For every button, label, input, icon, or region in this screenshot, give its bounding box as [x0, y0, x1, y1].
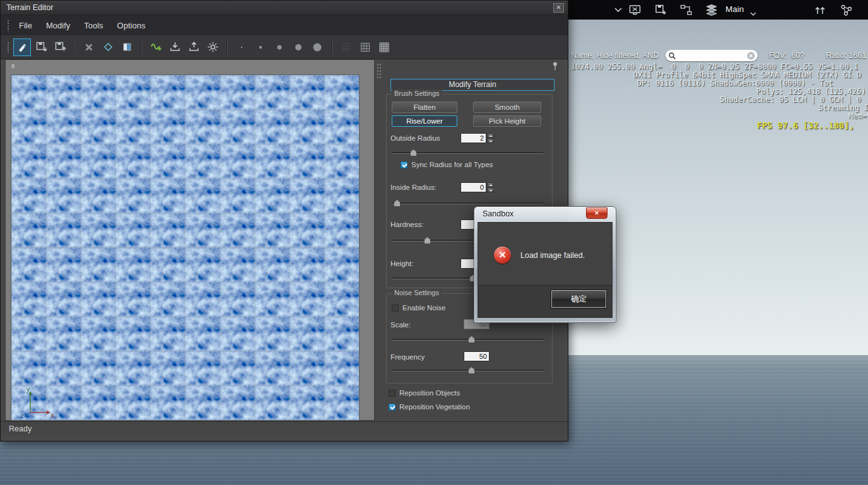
clear-search-icon[interactable] — [747, 52, 755, 60]
spin-up-icon[interactable] — [487, 182, 494, 187]
debug-line: DX11 Profile 64bit HighSpec 5MAA MEDIUM … — [633, 71, 861, 79]
reposition-objects-label: Reposition Objects — [399, 389, 460, 397]
delete-button[interactable] — [80, 38, 98, 56]
toolbar-separator — [331, 40, 332, 54]
toolbar-separator — [141, 40, 142, 54]
search-box[interactable] — [666, 50, 758, 61]
frequency-slider[interactable] — [392, 366, 543, 374]
inside-radius-label: Inside Radius: — [390, 184, 437, 191]
ok-button[interactable]: 确定 — [551, 290, 606, 308]
enable-noise-row: Enable Noise — [392, 304, 445, 312]
noise-settings-legend: Noise Settings — [392, 289, 442, 296]
frequency-spinbox: 50 — [464, 351, 490, 361]
brush-settings-legend: Brush Settings — [392, 90, 442, 97]
menubar-grip[interactable] — [7, 20, 9, 31]
enable-noise-checkbox[interactable] — [392, 305, 399, 312]
slider-thumb[interactable] — [394, 200, 400, 206]
scale-slider[interactable] — [392, 336, 543, 343]
error-icon: ✕ — [494, 247, 511, 264]
grid-medium-button[interactable] — [356, 38, 374, 56]
search-icon — [668, 52, 676, 60]
mask-tool-button[interactable] — [118, 38, 136, 56]
debug-line: 1024.00 255.00 Angl= 0 0 0 ZN=0.25 ZF=80… — [571, 62, 858, 71]
flowgraph-icon[interactable] — [679, 3, 694, 18]
brush-size-5-button[interactable] — [308, 38, 326, 56]
grid-small-button[interactable] — [337, 38, 355, 56]
dialog-message: Load image failed. — [520, 251, 585, 260]
hardness-label: Hardness: — [390, 221, 423, 228]
import-heightmap-wave-button[interactable] — [147, 38, 165, 56]
slider-thumb[interactable] — [469, 336, 474, 342]
search-input[interactable] — [676, 51, 747, 60]
heightmap-viewport: 0 — [5, 59, 375, 421]
brush-size-4-button[interactable] — [290, 38, 307, 56]
spin-up-icon[interactable] — [487, 133, 494, 138]
menu-modify[interactable]: Modify — [39, 15, 77, 35]
rise-lower-button[interactable]: Rise/Lower — [392, 115, 457, 127]
pick-height-button[interactable]: Pick Height — [473, 115, 541, 127]
sync-radius-row: Sync Radius for all Types — [401, 161, 493, 168]
save-layer-up-button[interactable] — [51, 38, 69, 56]
window-titlebar[interactable]: Terrain Editor ✕ — [1, 1, 568, 15]
flatten-button[interactable]: Flatten — [392, 102, 457, 113]
chevron-down-icon[interactable] — [611, 3, 626, 18]
brush-size-1-button[interactable] — [233, 38, 250, 56]
dialog-close-button[interactable]: ✕ — [586, 207, 607, 219]
menu-tools[interactable]: Tools — [77, 15, 110, 35]
outside-radius-slider[interactable] — [392, 149, 543, 156]
pin-icon[interactable] — [551, 61, 561, 71]
sandbox-error-dialog: Sandbox ✕ ✕ Load image failed. 确定 — [474, 206, 616, 323]
reposition-objects-checkbox[interactable] — [389, 390, 396, 397]
dialog-message-area: ✕ Load image failed. — [478, 223, 612, 288]
height-label: Height: — [390, 260, 413, 267]
menu-options[interactable]: Options — [110, 15, 153, 35]
reposition-vegetation-row: Reposition Vegetation — [389, 403, 470, 411]
slider-thumb[interactable] — [425, 237, 430, 243]
splitter-grip[interactable] — [377, 63, 381, 79]
scale-label: Scale: — [390, 321, 411, 329]
sun-button[interactable] — [204, 38, 221, 56]
viewport-name-label[interactable]: Main — [725, 4, 744, 14]
viewport-dropdown-icon[interactable] — [746, 6, 761, 21]
menu-bar: File Modify Tools Options — [1, 15, 568, 35]
window-close-button[interactable]: ✕ — [553, 3, 564, 13]
axis-z-label: z — [21, 412, 24, 419]
diamond-tool-button[interactable] — [99, 38, 117, 56]
sync-radius-checkbox[interactable] — [401, 161, 408, 168]
brush-size-2-button[interactable] — [252, 38, 269, 56]
spin-down-icon[interactable] — [487, 187, 494, 192]
debug-line: Streaming IO — [818, 103, 868, 112]
import-button[interactable] — [166, 38, 184, 56]
brush-tool-button[interactable] — [13, 38, 31, 56]
terrain-canvas[interactable] — [11, 74, 360, 421]
smooth-button[interactable]: Smooth — [473, 102, 541, 113]
slider-thumb[interactable] — [469, 367, 474, 373]
save-arrow-icon[interactable] — [654, 3, 669, 18]
save-layer-down-button[interactable] — [32, 38, 50, 56]
fps-readout: FPS 97.6 [32..180], — [757, 120, 854, 131]
grid-large-button[interactable] — [375, 38, 393, 56]
menu-file[interactable]: File — [12, 15, 39, 35]
toolbar-grip[interactable] — [7, 42, 9, 53]
node-link-icon[interactable] — [839, 3, 854, 18]
panel-splitter[interactable] — [375, 59, 382, 421]
terrain-grid-overlay — [11, 75, 359, 420]
axis-y-label: y — [26, 386, 30, 393]
dialog-footer: 确定 — [478, 285, 612, 317]
reposition-vegetation-checkbox[interactable] — [389, 404, 396, 411]
outside-radius-spinbox: 2 — [460, 133, 494, 143]
brush-size-3-button[interactable] — [271, 38, 288, 56]
filter-bar: Name, Hide filtered, AND FOV: 60? Ratio:… — [571, 50, 866, 61]
axis-x-label: x — [51, 412, 54, 419]
slider-thumb[interactable] — [411, 149, 416, 156]
frequency-label: Frequency — [390, 353, 425, 361]
sync-radius-label: Sync Radius for all Types — [411, 161, 493, 168]
outside-radius-label: Outside Radius — [390, 134, 440, 142]
layers-icon[interactable] — [704, 3, 719, 18]
arrows-up-icon[interactable] — [812, 3, 828, 18]
export-button[interactable] — [185, 38, 202, 56]
debug-line: Mem=5 — [848, 112, 868, 120]
reposition-objects-row: Reposition Objects — [389, 389, 460, 397]
spin-down-icon[interactable] — [487, 138, 494, 143]
monitor-x-icon[interactable] — [628, 3, 643, 18]
